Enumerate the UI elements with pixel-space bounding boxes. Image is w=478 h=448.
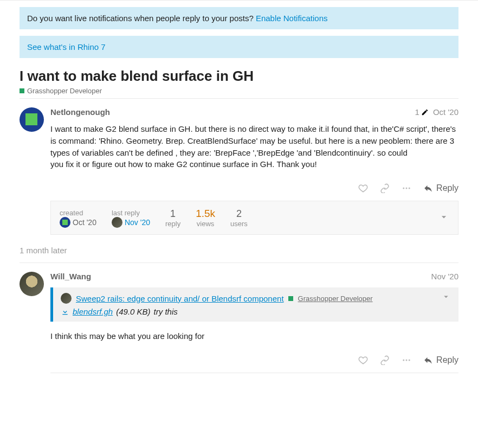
topic-title: I want to make blend surface in GH [20,68,458,85]
link-icon[interactable] [380,355,390,365]
attachment-suffix: try this [154,307,178,316]
quote-avatar [61,293,72,304]
quote-expand[interactable] [441,292,451,303]
svg-point-0 [403,188,404,189]
reply-icon [423,183,433,193]
attachment-size: (49.0 KB) [116,307,150,316]
expand-topic-map[interactable] [438,212,449,224]
enable-notifications-link[interactable]: Enable Notifications [256,14,328,23]
ellipsis-icon[interactable] [402,183,411,193]
link-icon[interactable] [380,183,390,193]
chevron-down-icon [438,212,449,222]
last-reply-link[interactable]: Nov '20 [125,218,150,227]
post-content: I want to make G2 blend surface in GH. b… [50,123,458,170]
post-content: I think this may be what you are looking… [50,330,458,342]
created-date: Oct '20 [73,218,96,227]
svg-point-5 [409,359,410,361]
chevron-down-icon [441,292,451,302]
svg-point-1 [406,188,408,189]
views-value: 1.5k [196,208,215,220]
created-label: created [60,209,96,217]
ellipsis-icon[interactable] [402,355,411,365]
post-date[interactable]: Oct '20 [433,107,458,117]
attachment-link[interactable]: blendsrf.gh [73,307,113,316]
heart-icon[interactable] [358,355,368,365]
users-label: users [230,220,248,228]
time-gap: 1 month later [20,238,458,263]
post-author[interactable]: Netlongenough [50,107,110,117]
post: Will_Wang Nov '20 Sweep2 rails: edge con… [20,263,458,376]
reply-button[interactable]: Reply [423,355,458,365]
category-color-badge [288,296,293,301]
replies-value: 1 [165,208,180,220]
banner-text: Do you want live notifications when peop… [27,14,256,23]
avatar[interactable] [20,107,44,132]
notification-banner: Do you want live notifications when peop… [20,7,458,29]
small-avatar [112,217,122,228]
rhino7-banner[interactable]: See what's in Rhino 7 [20,36,458,58]
category-label: Grasshopper Developer [27,87,102,95]
quoted-category[interactable]: Grasshopper Developer [288,295,373,303]
users-value: 2 [230,208,248,220]
category-color-badge [20,88,24,93]
svg-point-2 [409,188,410,189]
svg-point-3 [403,359,404,361]
last-reply-label: last reply [112,209,150,217]
download-icon[interactable] [61,308,69,316]
post-date[interactable]: Nov '20 [431,272,458,281]
pencil-icon [421,108,429,116]
heart-icon[interactable] [358,183,368,193]
avatar[interactable] [20,272,44,296]
small-avatar [60,217,70,228]
topic-category[interactable]: Grasshopper Developer [20,87,458,95]
views-label: views [196,220,215,228]
quote-box: Sweep2 rails: edge continuity and/ or Bl… [50,287,458,322]
quoted-topic-link[interactable]: Sweep2 rails: edge continuity and/ or Bl… [76,294,284,303]
reply-icon [423,355,433,365]
post-author[interactable]: Will_Wang [50,272,91,281]
post-actions: Reply [50,183,458,193]
svg-point-4 [406,359,408,361]
topic-map: created Oct '20 last reply Nov '20 [50,201,458,235]
post: Netlongenough 1 Oct '20 I want to make G… [20,98,458,238]
rhino7-link[interactable]: See what's in Rhino 7 [27,42,106,52]
reply-button[interactable]: Reply [423,183,458,193]
replies-label: reply [165,220,180,228]
post-actions: Reply [50,355,458,365]
edit-count-badge[interactable]: 1 [415,107,429,117]
